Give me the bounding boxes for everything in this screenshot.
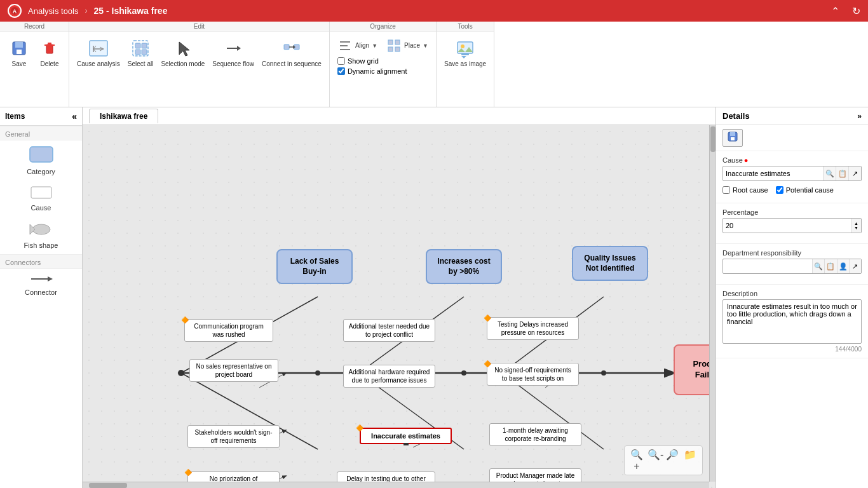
communication-text: Communication program was rushed (189, 322, 269, 339)
zoom-fit-button[interactable]: 🔎 (665, 449, 679, 472)
scrollbar-thumb-v[interactable] (710, 126, 715, 152)
quality-issues-text: Quality Issues Not Identified (580, 254, 641, 273)
category-label: Category (27, 168, 55, 175)
show-grid-input[interactable] (337, 57, 345, 65)
fish-label: Fish shape (24, 241, 58, 249)
tools-label: Tools (437, 22, 494, 32)
scrollbar-thumb-h[interactable] (89, 483, 127, 488)
sidebar-item-cause[interactable]: Cause (0, 180, 82, 217)
tab-bar: Ishikawa free (83, 107, 715, 125)
potential-cause-checkbox[interactable]: Potential cause (776, 186, 834, 194)
select-all-button[interactable]: Select all (125, 36, 156, 71)
record-label: Record (0, 22, 69, 32)
lack-of-sales-node[interactable]: Lack of Sales Buy-in (276, 249, 353, 284)
department-input[interactable] (723, 261, 812, 272)
tab-ishikawa-free[interactable]: Ishikawa free (89, 109, 158, 123)
ribbon-organize-section: Organize Align ▼ Place ▼ (330, 22, 437, 107)
stakeholders-node[interactable]: Stakeholders wouldn't sign-off requireme… (187, 425, 280, 448)
align-button[interactable]: Align ▼ (335, 36, 380, 56)
zoom-folder-button[interactable]: 📁 (683, 449, 697, 472)
dept-link-icon[interactable]: ↗ (849, 259, 861, 273)
increases-cost-node[interactable]: Increases cost by >80% (426, 249, 502, 284)
show-grid-checkbox[interactable]: Show grid (337, 57, 407, 65)
quality-issues-node[interactable]: Quality Issues Not Identified (572, 246, 648, 281)
align-label: Align (355, 42, 369, 50)
delete-button[interactable]: Delete (36, 36, 64, 71)
breadcrumb[interactable]: Analysis tools (28, 6, 78, 16)
details-expand-btn[interactable]: » (857, 112, 862, 121)
dept-user-icon[interactable]: 👤 (837, 259, 849, 273)
sidebar-collapse-btn[interactable]: « (72, 111, 77, 121)
svg-rect-8 (90, 41, 107, 56)
junction1 (315, 370, 320, 376)
testing-delays-text: Testing Delays increased pressure on res… (491, 320, 574, 337)
details-save-button[interactable] (722, 129, 743, 147)
percentage-stepper[interactable]: ▲ ▼ (851, 219, 861, 233)
svg-text:A: A (13, 8, 17, 15)
description-textarea[interactable]: Innacurate estimates result in too much … (722, 299, 862, 344)
dept-copy-icon[interactable]: 📋 (824, 259, 836, 273)
communication-node[interactable]: 🔶 Communication program was rushed (184, 319, 273, 342)
cause-analysis-button[interactable]: Cause analysis (74, 36, 123, 71)
horizontal-scrollbar[interactable] (83, 482, 709, 488)
increases-cost-text: Increases cost by >80% (433, 257, 494, 276)
collapse-icon[interactable]: ⌃ (831, 5, 839, 17)
sidebar-item-category[interactable]: Category (0, 140, 82, 180)
svg-rect-18 (135, 50, 140, 55)
stakeholders-text: Stakeholders wouldn't sign-off requireme… (192, 428, 275, 445)
dynamic-alignment-input[interactable] (337, 67, 345, 75)
svg-rect-6 (44, 44, 55, 46)
left-dot (178, 370, 184, 376)
cause-checkboxes: Root cause Potential cause (722, 186, 862, 194)
cause-label-text: Cause● (722, 156, 862, 164)
refresh-icon[interactable]: ↻ (852, 5, 860, 17)
svg-rect-22 (284, 44, 289, 50)
cause-copy-icon[interactable]: 📋 (836, 166, 848, 180)
save-button[interactable]: Save (5, 36, 33, 71)
inaccurate-estimates-text: Inaccurate estimates (371, 431, 440, 440)
potential-cause-input[interactable] (776, 186, 783, 194)
resize-handle[interactable] (403, 443, 409, 445)
sidebar-title: Items (5, 112, 25, 121)
select-all-label: Select all (128, 60, 154, 68)
additional-hardware-node[interactable]: Additional hardware required due to perf… (343, 365, 435, 388)
dynamic-alignment-label: Dynamic alignment (348, 67, 407, 75)
place-button[interactable]: Place ▼ (384, 36, 431, 56)
no-sales-rep-node[interactable]: No sales representative on project board (189, 359, 278, 382)
testing-delays-node[interactable]: 🔶 Testing Delays increased pressure on r… (487, 317, 579, 340)
dept-search-icon[interactable]: 🔍 (812, 259, 824, 273)
root-cause-checkbox[interactable]: Root cause (722, 186, 768, 194)
cause-label: Cause (31, 204, 51, 212)
selection-mode-label: Selection mode (161, 60, 205, 68)
canvas[interactable]: Lack of Sales Buy-in Increases cost by >… (83, 125, 715, 488)
zoom-in-button[interactable]: 🔍+ (630, 449, 644, 472)
svg-rect-35 (461, 53, 469, 55)
department-section: Department responsibility 🔍 📋 👤 ↗ (716, 244, 868, 285)
page-title: 25 - Ishikawa free (93, 6, 167, 16)
percentage-label-text: Percentage (722, 208, 862, 216)
percentage-input[interactable] (723, 220, 851, 231)
potential-cause-label: Potential cause (786, 186, 834, 194)
one-month-delay-node[interactable]: 1-month delay awaiting corporate re-bran… (489, 423, 581, 446)
percentage-row: Percentage ▲ ▼ (722, 208, 862, 233)
cause-search-icon[interactable]: 🔍 (823, 166, 836, 180)
sequence-flow-button[interactable]: Sequence flow (210, 36, 257, 71)
additional-tester-node[interactable]: Additional tester needed due to project … (343, 319, 435, 342)
cause-link-icon[interactable]: ↗ (848, 166, 861, 180)
selection-mode-button[interactable]: Selection mode (158, 36, 207, 71)
sidebar-item-connector[interactable]: Connector (0, 269, 82, 301)
zoom-out-button[interactable]: 🔍- (648, 449, 661, 472)
inaccurate-estimates-node[interactable]: 🔶 Inaccurate estimates (360, 428, 452, 444)
dynamic-alignment-checkbox[interactable]: Dynamic alignment (337, 67, 407, 75)
vertical-scrollbar[interactable] (709, 125, 715, 482)
no-signed-off-node[interactable]: 🔶 No signed-off requirements to base tes… (487, 363, 579, 386)
one-month-delay-text: 1-month delay awaiting corporate re-bran… (494, 426, 577, 443)
percentage-section: Percentage ▲ ▼ (716, 203, 868, 244)
sidebar-item-fish[interactable]: Fish shape (0, 217, 82, 254)
root-cause-input[interactable] (722, 186, 730, 194)
canvas-area: Ishikawa free (83, 107, 715, 488)
connectors-group-label: Connectors (0, 254, 82, 269)
cause-input[interactable] (723, 168, 823, 179)
connect-in-sequence-button[interactable]: Connect in sequence (259, 36, 324, 71)
save-as-image-button[interactable]: Save as image (442, 36, 489, 71)
